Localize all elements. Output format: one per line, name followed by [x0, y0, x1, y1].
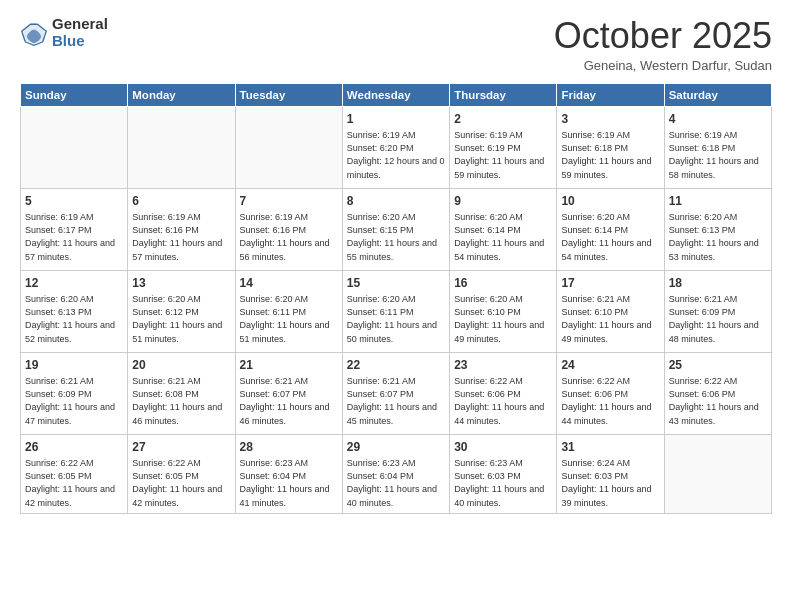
day-number: 16 — [454, 275, 552, 292]
calendar-day-cell: 4Sunrise: 6:19 AM Sunset: 6:18 PM Daylig… — [664, 106, 771, 188]
day-info: Sunrise: 6:23 AM Sunset: 6:04 PM Dayligh… — [347, 457, 445, 509]
day-info: Sunrise: 6:21 AM Sunset: 6:08 PM Dayligh… — [132, 375, 230, 427]
calendar-day-cell: 13Sunrise: 6:20 AM Sunset: 6:12 PM Dayli… — [128, 270, 235, 352]
day-info: Sunrise: 6:22 AM Sunset: 6:05 PM Dayligh… — [25, 457, 123, 509]
weekday-header-tuesday: Tuesday — [235, 83, 342, 106]
day-info: Sunrise: 6:19 AM Sunset: 6:18 PM Dayligh… — [669, 129, 767, 181]
day-number: 9 — [454, 193, 552, 210]
day-info: Sunrise: 6:22 AM Sunset: 6:06 PM Dayligh… — [669, 375, 767, 427]
day-number: 28 — [240, 439, 338, 456]
day-number: 29 — [347, 439, 445, 456]
weekday-header-friday: Friday — [557, 83, 664, 106]
day-number: 12 — [25, 275, 123, 292]
location-subtitle: Geneina, Western Darfur, Sudan — [554, 58, 772, 73]
month-title: October 2025 — [554, 16, 772, 56]
day-info: Sunrise: 6:20 AM Sunset: 6:11 PM Dayligh… — [240, 293, 338, 345]
day-info: Sunrise: 6:20 AM Sunset: 6:14 PM Dayligh… — [454, 211, 552, 263]
day-info: Sunrise: 6:23 AM Sunset: 6:04 PM Dayligh… — [240, 457, 338, 509]
calendar-week-5: 26Sunrise: 6:22 AM Sunset: 6:05 PM Dayli… — [21, 434, 772, 513]
calendar-day-cell: 14Sunrise: 6:20 AM Sunset: 6:11 PM Dayli… — [235, 270, 342, 352]
day-number: 19 — [25, 357, 123, 374]
calendar-day-cell: 11Sunrise: 6:20 AM Sunset: 6:13 PM Dayli… — [664, 188, 771, 270]
calendar-day-cell — [235, 106, 342, 188]
weekday-header-row: SundayMondayTuesdayWednesdayThursdayFrid… — [21, 83, 772, 106]
day-info: Sunrise: 6:24 AM Sunset: 6:03 PM Dayligh… — [561, 457, 659, 509]
day-number: 23 — [454, 357, 552, 374]
day-number: 15 — [347, 275, 445, 292]
day-info: Sunrise: 6:20 AM Sunset: 6:13 PM Dayligh… — [669, 211, 767, 263]
calendar-day-cell: 10Sunrise: 6:20 AM Sunset: 6:14 PM Dayli… — [557, 188, 664, 270]
weekday-header-thursday: Thursday — [450, 83, 557, 106]
logo: General Blue — [20, 16, 108, 49]
day-number: 1 — [347, 111, 445, 128]
day-number: 7 — [240, 193, 338, 210]
calendar-week-2: 5Sunrise: 6:19 AM Sunset: 6:17 PM Daylig… — [21, 188, 772, 270]
title-block: October 2025 Geneina, Western Darfur, Su… — [554, 16, 772, 73]
logo-blue: Blue — [52, 33, 108, 50]
day-info: Sunrise: 6:21 AM Sunset: 6:09 PM Dayligh… — [669, 293, 767, 345]
day-info: Sunrise: 6:20 AM Sunset: 6:15 PM Dayligh… — [347, 211, 445, 263]
calendar-day-cell: 21Sunrise: 6:21 AM Sunset: 6:07 PM Dayli… — [235, 352, 342, 434]
calendar-day-cell: 16Sunrise: 6:20 AM Sunset: 6:10 PM Dayli… — [450, 270, 557, 352]
day-number: 31 — [561, 439, 659, 456]
calendar-day-cell: 1Sunrise: 6:19 AM Sunset: 6:20 PM Daylig… — [342, 106, 449, 188]
day-info: Sunrise: 6:21 AM Sunset: 6:10 PM Dayligh… — [561, 293, 659, 345]
day-number: 18 — [669, 275, 767, 292]
calendar-day-cell — [128, 106, 235, 188]
calendar-day-cell: 19Sunrise: 6:21 AM Sunset: 6:09 PM Dayli… — [21, 352, 128, 434]
calendar-week-4: 19Sunrise: 6:21 AM Sunset: 6:09 PM Dayli… — [21, 352, 772, 434]
calendar-day-cell: 8Sunrise: 6:20 AM Sunset: 6:15 PM Daylig… — [342, 188, 449, 270]
day-number: 25 — [669, 357, 767, 374]
calendar: SundayMondayTuesdayWednesdayThursdayFrid… — [20, 83, 772, 514]
day-info: Sunrise: 6:19 AM Sunset: 6:19 PM Dayligh… — [454, 129, 552, 181]
day-info: Sunrise: 6:20 AM Sunset: 6:13 PM Dayligh… — [25, 293, 123, 345]
calendar-day-cell: 20Sunrise: 6:21 AM Sunset: 6:08 PM Dayli… — [128, 352, 235, 434]
day-number: 26 — [25, 439, 123, 456]
day-info: Sunrise: 6:22 AM Sunset: 6:05 PM Dayligh… — [132, 457, 230, 509]
day-number: 30 — [454, 439, 552, 456]
day-info: Sunrise: 6:21 AM Sunset: 6:09 PM Dayligh… — [25, 375, 123, 427]
calendar-day-cell: 3Sunrise: 6:19 AM Sunset: 6:18 PM Daylig… — [557, 106, 664, 188]
weekday-header-saturday: Saturday — [664, 83, 771, 106]
day-info: Sunrise: 6:19 AM Sunset: 6:17 PM Dayligh… — [25, 211, 123, 263]
day-number: 11 — [669, 193, 767, 210]
calendar-day-cell: 17Sunrise: 6:21 AM Sunset: 6:10 PM Dayli… — [557, 270, 664, 352]
weekday-header-wednesday: Wednesday — [342, 83, 449, 106]
calendar-day-cell: 15Sunrise: 6:20 AM Sunset: 6:11 PM Dayli… — [342, 270, 449, 352]
day-number: 14 — [240, 275, 338, 292]
day-number: 20 — [132, 357, 230, 374]
day-info: Sunrise: 6:21 AM Sunset: 6:07 PM Dayligh… — [347, 375, 445, 427]
day-info: Sunrise: 6:20 AM Sunset: 6:12 PM Dayligh… — [132, 293, 230, 345]
logo-general: General — [52, 16, 108, 33]
calendar-day-cell: 9Sunrise: 6:20 AM Sunset: 6:14 PM Daylig… — [450, 188, 557, 270]
calendar-day-cell: 30Sunrise: 6:23 AM Sunset: 6:03 PM Dayli… — [450, 434, 557, 513]
day-number: 27 — [132, 439, 230, 456]
calendar-day-cell — [664, 434, 771, 513]
calendar-day-cell: 31Sunrise: 6:24 AM Sunset: 6:03 PM Dayli… — [557, 434, 664, 513]
day-info: Sunrise: 6:19 AM Sunset: 6:16 PM Dayligh… — [132, 211, 230, 263]
calendar-day-cell: 18Sunrise: 6:21 AM Sunset: 6:09 PM Dayli… — [664, 270, 771, 352]
calendar-day-cell: 26Sunrise: 6:22 AM Sunset: 6:05 PM Dayli… — [21, 434, 128, 513]
day-number: 24 — [561, 357, 659, 374]
day-info: Sunrise: 6:22 AM Sunset: 6:06 PM Dayligh… — [454, 375, 552, 427]
calendar-day-cell: 2Sunrise: 6:19 AM Sunset: 6:19 PM Daylig… — [450, 106, 557, 188]
day-number: 21 — [240, 357, 338, 374]
day-number: 3 — [561, 111, 659, 128]
logo-text: General Blue — [52, 16, 108, 49]
day-info: Sunrise: 6:20 AM Sunset: 6:10 PM Dayligh… — [454, 293, 552, 345]
page: General Blue October 2025 Geneina, Weste… — [0, 0, 792, 612]
calendar-week-3: 12Sunrise: 6:20 AM Sunset: 6:13 PM Dayli… — [21, 270, 772, 352]
day-info: Sunrise: 6:20 AM Sunset: 6:11 PM Dayligh… — [347, 293, 445, 345]
calendar-day-cell: 23Sunrise: 6:22 AM Sunset: 6:06 PM Dayli… — [450, 352, 557, 434]
calendar-day-cell: 24Sunrise: 6:22 AM Sunset: 6:06 PM Dayli… — [557, 352, 664, 434]
day-info: Sunrise: 6:23 AM Sunset: 6:03 PM Dayligh… — [454, 457, 552, 509]
day-number: 22 — [347, 357, 445, 374]
weekday-header-sunday: Sunday — [21, 83, 128, 106]
calendar-day-cell: 28Sunrise: 6:23 AM Sunset: 6:04 PM Dayli… — [235, 434, 342, 513]
calendar-day-cell: 25Sunrise: 6:22 AM Sunset: 6:06 PM Dayli… — [664, 352, 771, 434]
header: General Blue October 2025 Geneina, Weste… — [20, 16, 772, 73]
calendar-day-cell: 6Sunrise: 6:19 AM Sunset: 6:16 PM Daylig… — [128, 188, 235, 270]
day-number: 5 — [25, 193, 123, 210]
day-number: 10 — [561, 193, 659, 210]
calendar-day-cell — [21, 106, 128, 188]
